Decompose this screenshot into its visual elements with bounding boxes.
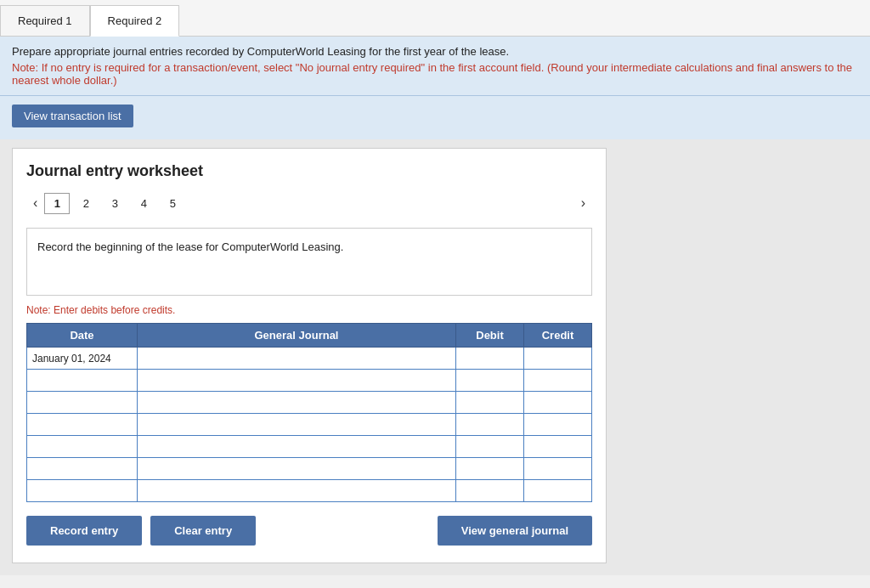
credit-input[interactable]	[524, 348, 591, 369]
table-cell-credit[interactable]	[524, 370, 592, 392]
tab-required-2[interactable]: Required 2	[90, 5, 180, 37]
table-cell-date	[27, 480, 138, 502]
table-cell-credit[interactable]	[524, 392, 592, 414]
col-header-credit: Credit	[524, 324, 592, 348]
date-input[interactable]	[32, 482, 132, 500]
debit-input[interactable]	[456, 480, 523, 501]
table-cell-date	[27, 458, 138, 480]
worksheet-card: Journal entry worksheet ‹ 1 2 3 4 5 › Re…	[12, 148, 607, 563]
table-cell-journal[interactable]	[138, 392, 456, 414]
table-header-row: Date General Journal Debit Credit	[27, 324, 592, 348]
journal-input[interactable]	[138, 414, 455, 435]
tabs-bar: Required 1 Required 2	[0, 0, 870, 37]
table-cell-credit[interactable]	[524, 436, 592, 458]
record-entry-button[interactable]: Record entry	[26, 516, 142, 546]
table-cell-credit[interactable]	[524, 348, 592, 370]
table-cell-debit[interactable]	[456, 414, 524, 436]
worksheet-container: Journal entry worksheet ‹ 1 2 3 4 5 › Re…	[0, 139, 870, 575]
tab-required-1[interactable]: Required 1	[0, 5, 90, 36]
debit-input[interactable]	[456, 436, 523, 457]
table-cell-journal[interactable]	[138, 370, 456, 392]
pagination-row: ‹ 1 2 3 4 5 ›	[26, 192, 592, 214]
page-2-button[interactable]: 2	[73, 194, 99, 213]
clear-entry-button[interactable]: Clear entry	[150, 516, 256, 546]
table-cell-date	[27, 436, 138, 458]
journal-input[interactable]	[138, 370, 455, 391]
date-input[interactable]	[32, 416, 132, 433]
view-transaction-button[interactable]: View transaction list	[12, 105, 133, 127]
col-header-date: Date	[27, 324, 138, 348]
journal-input[interactable]	[138, 348, 455, 369]
debit-input[interactable]	[456, 392, 523, 413]
debit-input[interactable]	[456, 458, 523, 479]
credit-input[interactable]	[524, 458, 591, 479]
table-cell-journal[interactable]	[138, 348, 456, 370]
debit-input[interactable]	[456, 348, 523, 369]
journal-table: Date General Journal Debit Credit Januar…	[26, 323, 592, 502]
table-cell-journal[interactable]	[138, 480, 456, 502]
col-header-journal: General Journal	[138, 324, 456, 348]
table-cell-debit[interactable]	[456, 348, 524, 370]
table-row: January 01, 2024	[27, 348, 592, 370]
table-row	[27, 436, 592, 458]
table-cell-debit[interactable]	[456, 436, 524, 458]
worksheet-title: Journal entry worksheet	[26, 162, 592, 180]
table-cell-credit[interactable]	[524, 414, 592, 436]
table-row	[27, 414, 592, 436]
debit-input[interactable]	[456, 370, 523, 391]
table-row	[27, 392, 592, 414]
description-box: Record the beginning of the lease for Co…	[26, 228, 592, 296]
credit-input[interactable]	[524, 370, 591, 391]
table-cell-debit[interactable]	[456, 370, 524, 392]
table-cell-date	[27, 370, 138, 392]
table-cell-date: January 01, 2024	[27, 348, 138, 370]
credit-input[interactable]	[524, 436, 591, 457]
page-next-button[interactable]: ›	[574, 192, 592, 214]
credit-input[interactable]	[524, 480, 591, 501]
notice-note-text: Note: If no entry is required for a tran…	[12, 61, 858, 87]
journal-input[interactable]	[138, 392, 455, 413]
page-prev-button[interactable]: ‹	[26, 192, 44, 214]
table-cell-journal[interactable]	[138, 436, 456, 458]
notice-main-text: Prepare appropriate journal entries reco…	[12, 45, 858, 58]
page-5-button[interactable]: 5	[160, 194, 185, 213]
journal-input[interactable]	[138, 480, 455, 501]
credit-input[interactable]	[524, 414, 591, 435]
table-row	[27, 480, 592, 502]
table-row	[27, 370, 592, 392]
table-cell-debit[interactable]	[456, 392, 524, 414]
action-buttons: Record entry Clear entry View general jo…	[26, 516, 592, 546]
view-general-journal-button[interactable]: View general journal	[438, 516, 592, 546]
date-input[interactable]	[32, 460, 132, 478]
view-transaction-row: View transaction list	[0, 96, 870, 139]
date-input[interactable]	[32, 371, 132, 389]
table-cell-debit[interactable]	[456, 480, 524, 502]
date-input[interactable]	[32, 438, 132, 455]
page-4-button[interactable]: 4	[131, 194, 156, 213]
table-cell-journal[interactable]	[138, 458, 456, 480]
table-cell-date	[27, 414, 138, 436]
debit-input[interactable]	[456, 414, 523, 435]
table-cell-credit[interactable]	[524, 480, 592, 502]
table-cell-date	[27, 392, 138, 414]
credit-input[interactable]	[524, 392, 591, 413]
page-3-button[interactable]: 3	[102, 194, 127, 213]
journal-input[interactable]	[138, 458, 455, 479]
note-debits-text: Note: Enter debits before credits.	[26, 304, 592, 316]
table-cell-credit[interactable]	[524, 458, 592, 480]
table-cell-debit[interactable]	[456, 458, 524, 480]
journal-input[interactable]	[138, 436, 455, 457]
col-header-debit: Debit	[456, 324, 524, 348]
table-row	[27, 458, 592, 480]
date-input[interactable]	[32, 393, 132, 411]
notice-box: Prepare appropriate journal entries reco…	[0, 37, 870, 96]
page-1-button[interactable]: 1	[44, 193, 70, 214]
table-cell-journal[interactable]	[138, 414, 456, 436]
